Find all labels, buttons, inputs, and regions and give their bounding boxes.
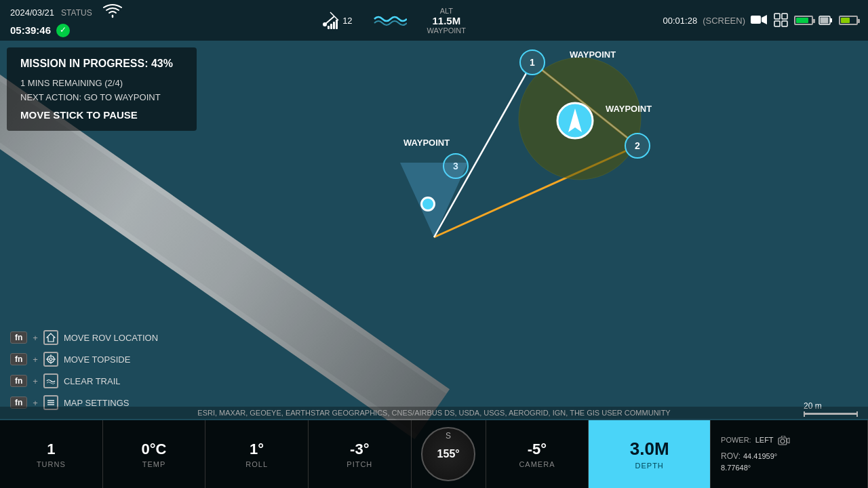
status-check: ✓ — [56, 24, 70, 37]
topbar-center: 12 ALT 11.5M WAYPOINT — [319, 7, 466, 35]
waypoint-label-top: WAYPOINT — [427, 26, 466, 35]
svg-rect-29 — [774, 21, 780, 26]
svg-line-19 — [330, 12, 334, 16]
camera-label: CAMERA — [519, 460, 555, 468]
compass-circle: S 155° — [421, 427, 475, 481]
mission-remaining: 1 MINS REMAINING (2/4) — [20, 78, 183, 88]
topbar-datetime: 2024/03/21 STATUS 05:39:46 ✓ — [10, 3, 123, 37]
target-icon — [43, 352, 58, 367]
date-display: 2024/03/21 — [10, 7, 54, 19]
screen-timer: 00:01:28 — [663, 16, 698, 26]
satellite-count: 12 — [342, 16, 352, 26]
svg-rect-27 — [774, 14, 780, 19]
altitude-display: ALT 11.5M WAYPOINT — [427, 7, 466, 35]
camera-stat: -5° CAMERA — [486, 420, 589, 488]
compass-s-label: S — [446, 431, 451, 441]
shortcut-label-3: CLEAR TRAIL — [64, 376, 121, 386]
battery-2 — [839, 16, 858, 25]
topbar-right: 00:01:28 (SCREEN) — [663, 13, 858, 28]
svg-text:3: 3 — [453, 161, 458, 171]
fn-key-3: fn — [10, 375, 27, 387]
rov-label: ROV: — [721, 451, 741, 461]
depth-label: DEPTH — [635, 462, 664, 470]
svg-marker-26 — [762, 15, 767, 24]
battery-1 — [794, 16, 813, 25]
svg-text:WAYPOINT: WAYPOINT — [570, 49, 616, 60]
video-icon — [751, 14, 767, 28]
svg-text:1: 1 — [530, 57, 535, 68]
battery-swap-icon — [818, 14, 833, 26]
plus-2: + — [33, 354, 38, 365]
rov-dot — [420, 197, 435, 211]
screen-label: (SCREEN) — [703, 16, 745, 26]
time-display: 05:39:46 — [10, 23, 51, 37]
grid-icon — [774, 13, 789, 28]
pitch-stat: -3° PITCH — [309, 420, 412, 488]
svg-point-36 — [50, 358, 52, 361]
shortcut-label-1: MOVE ROV LOCATION — [64, 333, 158, 343]
topbar: 2024/03/21 STATUS 05:39:46 ✓ — [0, 0, 868, 41]
house-icon — [43, 330, 58, 345]
status-label: STATUS — [61, 7, 92, 19]
fn-key-1: fn — [10, 331, 27, 344]
compass-container: S 155° — [412, 420, 486, 488]
shortcut-move-rov: fn + MOVE ROV LOCATION — [10, 330, 158, 345]
screen-recorder: 00:01:28 (SCREEN) — [663, 14, 767, 28]
svg-line-3 — [434, 62, 532, 237]
shortcut-clear-trail: fn + CLEAR TRAIL — [10, 373, 158, 388]
roll-label: ROLL — [245, 460, 268, 468]
svg-rect-21 — [328, 26, 330, 29]
wave-icon — [43, 373, 58, 388]
mission-panel: MISSION IN PROGRESS: 43% 1 MINS REMAININ… — [7, 47, 197, 131]
plus-1: + — [33, 333, 38, 343]
mission-progress-text: MISSION IN PROGRESS: 43% — [20, 58, 183, 70]
waves-icon — [373, 9, 407, 31]
alt-value: 11.5M — [427, 15, 466, 26]
svg-rect-28 — [782, 14, 787, 19]
roll-value: 1° — [250, 441, 264, 458]
svg-text:WAYPOINT: WAYPOINT — [606, 104, 652, 114]
turns-stat: 1 TURNS — [0, 420, 103, 488]
svg-rect-22 — [330, 24, 332, 29]
plus-3: + — [33, 376, 38, 386]
rov-lat: 44.41959° — [743, 452, 777, 460]
svg-rect-23 — [333, 22, 335, 29]
pitch-value: -3° — [350, 441, 369, 458]
compass-value: 155° — [437, 448, 460, 460]
turns-label: TURNS — [37, 460, 66, 468]
wifi-icon — [102, 3, 123, 23]
pitch-label: PITCH — [347, 460, 372, 468]
shortcut-label-2: MOVE TOPSIDE — [64, 354, 131, 365]
roll-stat: 1° ROLL — [205, 420, 309, 488]
rov-lon: 8.77648° — [721, 464, 751, 472]
fn-key-2: fn — [10, 353, 27, 365]
temp-label: TEMP — [142, 460, 166, 468]
depth-value: 3.0M — [630, 439, 669, 460]
turns-value: 1 — [47, 441, 55, 458]
mission-next-action: NEXT ACTION: GO TO WAYPOINT — [20, 92, 183, 102]
svg-text:WAYPOINT: WAYPOINT — [403, 138, 450, 148]
temp-value: 0°C — [142, 441, 167, 458]
temp-stat: 0°C TEMP — [103, 420, 206, 488]
move-stick-label: MOVE STICK TO PAUSE — [20, 109, 183, 121]
alt-label: ALT — [427, 7, 466, 15]
svg-rect-32 — [830, 18, 832, 22]
shortcuts-panel: fn + MOVE ROV LOCATION fn + MOVE TOPSIDE… — [10, 330, 158, 417]
depth-stat: 3.0M DEPTH — [589, 420, 711, 488]
attribution-bar: ESRI, MAXAR, GEOEYE, EARTHSTAR GEOGRAPHI… — [0, 407, 868, 419]
power-label: POWER: — [721, 436, 751, 448]
satellite-info: 12 — [319, 11, 352, 30]
svg-rect-24 — [336, 20, 338, 29]
svg-point-45 — [781, 439, 785, 443]
bottom-bar: 1 TURNS 0°C TEMP 1° ROLL -3° PITCH S 155… — [0, 420, 868, 488]
svg-rect-33 — [820, 18, 828, 24]
svg-rect-30 — [782, 21, 787, 26]
shortcut-move-topside: fn + MOVE TOPSIDE — [10, 352, 158, 367]
svg-marker-34 — [47, 333, 55, 342]
svg-rect-25 — [751, 16, 761, 24]
svg-point-20 — [323, 22, 327, 26]
camera-value: -5° — [528, 441, 547, 458]
svg-text:2: 2 — [635, 140, 640, 151]
battery-group — [774, 13, 858, 28]
power-side: LEFT — [755, 436, 774, 448]
